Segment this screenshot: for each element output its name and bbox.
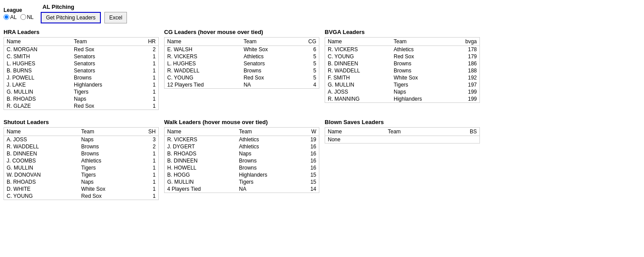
- table-cell: 16: [298, 164, 319, 171]
- table-cell: 188: [450, 67, 479, 74]
- bvga-col-name: Name: [325, 38, 391, 46]
- table-row: B. RHOADSNaps16: [165, 150, 319, 157]
- table-cell: 1: [134, 185, 158, 193]
- table-cell: Red Sox: [71, 102, 134, 110]
- table-cell: Browns: [79, 150, 134, 157]
- table-cell: B. RHOADS: [4, 95, 72, 102]
- table-row: C. YOUNGRed Sox1: [4, 193, 159, 200]
- table-cell: 5: [295, 60, 319, 67]
- bottom-grid: Shutout Leaders Name Team SH A. JOSSNaps…: [4, 119, 640, 200]
- table-cell: Athletics: [79, 157, 134, 164]
- table-cell: E. WALSH: [165, 46, 241, 53]
- table-row: A. JOSSNaps3: [4, 136, 159, 144]
- table-cell: 1: [134, 60, 159, 67]
- main-grid: HRA Leaders Name Team HR C. MORGANRed So…: [4, 29, 640, 110]
- nl-radio-label[interactable]: NL: [20, 14, 34, 20]
- table-row: G. MULLINTigers197: [325, 81, 480, 88]
- table-row: B. RHOADSNaps1: [4, 95, 159, 102]
- table-cell: R. VICKERS: [165, 53, 241, 60]
- table-cell: Browns: [79, 143, 134, 150]
- table-row: E. WALSHWhite Sox6: [165, 46, 319, 53]
- table-row: C. MORGANRed Sox2: [4, 46, 159, 53]
- table-cell: Athletics: [391, 46, 450, 53]
- table-cell: B. HOGG: [165, 171, 237, 178]
- shutout-col-name: Name: [4, 128, 79, 136]
- bottom-empty: [485, 119, 640, 200]
- table-cell: Red Sox: [391, 53, 450, 60]
- table-cell: Highlanders: [236, 171, 298, 178]
- cg-panel: CG Leaders (hover mouse over tied) Name …: [164, 29, 319, 110]
- table-cell: R. VICKERS: [165, 136, 237, 144]
- cg-title: CG Leaders (hover mouse over tied): [164, 29, 319, 35]
- table-cell: L. HUGHES: [4, 60, 72, 67]
- table-cell: 12 Players Tied: [165, 81, 241, 89]
- table-row: C. YOUNGRed Sox179: [325, 53, 480, 60]
- table-cell: R. WADDELL: [325, 67, 391, 74]
- table-cell: NA: [236, 185, 298, 193]
- table-cell: 16: [298, 157, 319, 164]
- table-row: R. VICKERSAthletics178: [325, 46, 480, 53]
- al-label: AL: [10, 14, 17, 20]
- table-cell: Naps: [391, 88, 450, 95]
- table-row: R. WADDELLBrowns2: [4, 143, 159, 150]
- bvga-col-bvga: bvga: [450, 38, 479, 46]
- table-cell: 178: [450, 46, 479, 53]
- hra-title: HRA Leaders: [4, 29, 159, 35]
- table-row: R. WADDELLBrowns188: [325, 67, 480, 74]
- table-cell: 192: [450, 74, 479, 81]
- top-empty: [485, 29, 640, 110]
- table-row: C. YOUNGRed Sox5: [165, 74, 319, 81]
- table-cell: 2: [134, 46, 159, 53]
- get-pitching-button[interactable]: Get Pitching Leaders: [41, 12, 101, 23]
- table-cell: 2: [134, 143, 158, 150]
- table-cell: R. WADDELL: [4, 143, 79, 150]
- table-cell: 1: [134, 178, 158, 185]
- shutout-col-sh: SH: [134, 128, 158, 136]
- table-row: D. WHITEWhite Sox1: [4, 185, 159, 193]
- table-cell: Senators: [71, 53, 134, 60]
- table-cell: 1: [134, 67, 159, 74]
- table-cell: 15: [298, 178, 319, 185]
- table-row: R. VICKERSAthletics5: [165, 53, 319, 60]
- al-radio[interactable]: [4, 14, 9, 20]
- table-cell: Browns: [391, 60, 450, 67]
- table-cell: Browns: [241, 67, 295, 74]
- table-cell: Red Sox: [241, 74, 295, 81]
- hra-table: Name Team HR C. MORGANRed Sox2C. SMITHSe…: [4, 37, 159, 110]
- table-cell: A. JOSS: [4, 136, 79, 144]
- table-row: R. MANNINGHighlanders199: [325, 95, 480, 103]
- table-cell: R. MANNING: [325, 95, 391, 103]
- excel-button[interactable]: Excel: [104, 12, 127, 23]
- al-radio-label[interactable]: AL: [4, 14, 17, 20]
- table-cell: Athletics: [241, 53, 295, 60]
- table-cell: 4: [295, 81, 319, 89]
- walk-panel: Walk Leaders (hover mouse over tied) Nam…: [164, 119, 319, 200]
- table-cell: Tigers: [71, 88, 134, 95]
- table-cell: H. HOWELL: [165, 164, 237, 171]
- table-cell: D. WHITE: [4, 185, 79, 193]
- hra-col-hr: HR: [134, 38, 159, 46]
- table-cell: 16: [298, 143, 319, 150]
- table-row: R. VICKERSAthletics19: [165, 136, 319, 144]
- table-cell: Athletics: [236, 143, 298, 150]
- table-cell: Browns: [391, 67, 450, 74]
- cg-col-name: Name: [165, 38, 241, 46]
- table-cell: White Sox: [241, 46, 295, 53]
- bs-col-team: Team: [385, 128, 441, 136]
- table-cell: G. MULLIN: [325, 81, 391, 88]
- table-row: B. DINNEENBrowns16: [165, 157, 319, 164]
- table-cell: Senators: [71, 67, 134, 74]
- blown-saves-title: Blown Saves Leaders: [325, 119, 480, 125]
- table-row: J. LAKEHighlanders1: [4, 81, 159, 88]
- cg-col-team: Team: [241, 38, 295, 46]
- nl-radio[interactable]: [20, 14, 26, 20]
- table-cell: 1: [134, 74, 159, 81]
- table-cell: NA: [241, 81, 295, 89]
- table-row: R. GLAZERed Sox1: [4, 102, 159, 110]
- table-cell: 1: [134, 193, 158, 200]
- table-cell: W. DONOVAN: [4, 171, 79, 178]
- table-cell: B. DINNEEN: [165, 157, 237, 164]
- table-cell: Naps: [236, 150, 298, 157]
- table-cell: 1: [134, 164, 158, 171]
- blown-saves-panel: Blown Saves Leaders Name Team BS None: [325, 119, 480, 200]
